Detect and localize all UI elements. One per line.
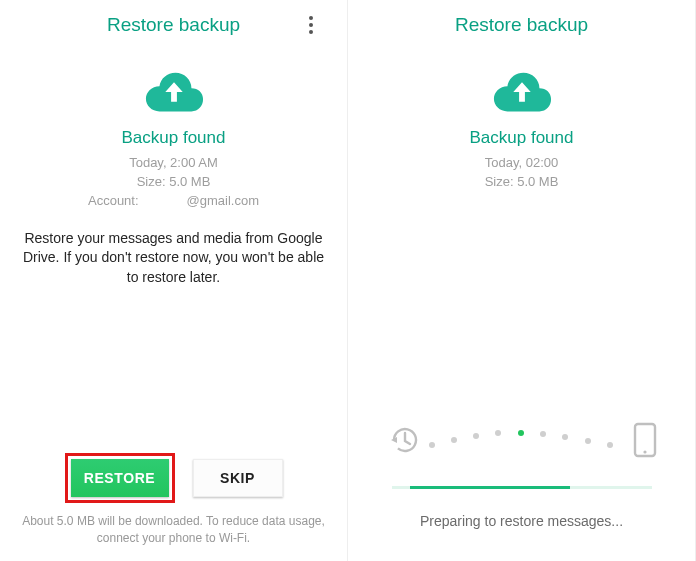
cloud-upload-icon	[491, 70, 553, 114]
restore-backup-screen: Restore backup Backup found Today, 2:00 …	[0, 0, 348, 561]
highlight-box: RESTORE	[65, 453, 175, 503]
backup-account: Account: @gmail.com	[88, 192, 259, 211]
history-clock-icon	[387, 423, 421, 457]
backup-time: Today, 02:00	[485, 154, 559, 173]
skip-button[interactable]: SKIP	[193, 459, 283, 497]
backup-time: Today, 2:00 AM	[88, 154, 259, 173]
backup-found-heading: Backup found	[122, 128, 226, 148]
header: Restore backup	[348, 0, 695, 42]
page-title: Restore backup	[107, 14, 240, 36]
header: Restore backup	[0, 0, 347, 42]
progress-bar	[392, 486, 652, 489]
progress-area: Preparing to restore messages...	[348, 422, 695, 551]
restore-button[interactable]: RESTORE	[71, 459, 169, 497]
svg-point-2	[643, 450, 646, 453]
progress-fill	[410, 486, 570, 489]
transfer-illustration	[387, 422, 657, 458]
backup-size: Size: 5.0 MB	[485, 173, 559, 192]
restore-description: Restore your messages and media from Goo…	[0, 229, 347, 288]
backup-meta: Today, 2:00 AM Size: 5.0 MB Account: @gm…	[88, 154, 259, 211]
cloud-upload-icon	[143, 70, 205, 114]
redacted-account-name	[143, 195, 183, 207]
backup-size: Size: 5.0 MB	[88, 173, 259, 192]
backup-found-heading: Backup found	[470, 128, 574, 148]
overflow-menu-icon[interactable]	[301, 12, 321, 38]
account-label: Account:	[88, 192, 139, 211]
account-domain: @gmail.com	[187, 192, 259, 211]
page-title: Restore backup	[455, 14, 588, 36]
phone-icon	[633, 422, 657, 458]
download-note: About 5.0 MB will be downloaded. To redu…	[0, 513, 347, 561]
action-buttons: RESTORE SKIP	[65, 453, 283, 503]
restore-progress-screen: Restore backup Backup found Today, 02:00…	[348, 0, 696, 561]
backup-meta: Today, 02:00 Size: 5.0 MB	[485, 154, 559, 192]
transfer-dots	[429, 430, 615, 450]
preparing-text: Preparing to restore messages...	[420, 513, 623, 551]
